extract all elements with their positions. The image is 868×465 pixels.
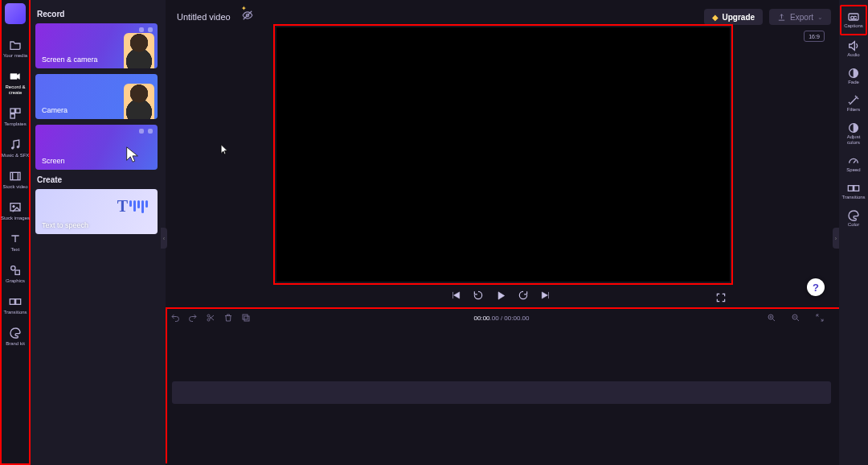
zoom-in-button[interactable]	[767, 313, 776, 323]
skip-end-button[interactable]	[540, 290, 551, 301]
avatar-thumbnail	[124, 84, 154, 119]
svg-text:CC: CC	[850, 15, 857, 20]
rail-templates[interactable]: Templates	[1, 104, 30, 130]
fullscreen-button[interactable]	[715, 292, 727, 303]
duplicate-button[interactable]	[241, 313, 251, 323]
svg-rect-0	[10, 109, 14, 113]
svg-point-4	[17, 146, 19, 148]
contrast-icon	[847, 121, 860, 134]
text-icon	[9, 232, 22, 245]
camcorder-icon	[9, 70, 22, 83]
upload-icon	[777, 13, 786, 22]
prop-adjust-colors[interactable]: Adjust colors	[840, 117, 867, 150]
project-title[interactable]: Untitled video	[172, 10, 235, 23]
rail-music-sfx[interactable]: Music & SFX	[1, 135, 30, 162]
captions-icon: CC	[847, 10, 860, 23]
aspect-ratio-button[interactable]: 16:9	[804, 31, 825, 42]
svg-point-3	[11, 147, 14, 150]
delete-button[interactable]	[223, 313, 233, 323]
shapes-icon	[9, 264, 22, 277]
app-logo[interactable]	[5, 3, 26, 24]
svg-point-7	[13, 205, 15, 208]
rail-your-media[interactable]: Your media	[1, 35, 30, 62]
rail-graphics[interactable]: Graphics	[1, 261, 30, 287]
rail-record-create[interactable]: Record & create	[1, 67, 30, 99]
prop-speed[interactable]: Speed	[840, 150, 867, 178]
panel-record-heading: Record	[37, 10, 159, 19]
undo-button[interactable]	[170, 313, 180, 323]
svg-rect-10	[10, 299, 14, 305]
zoom-out-button[interactable]	[791, 313, 800, 323]
collapse-left-panel[interactable]: ‹	[161, 228, 167, 249]
card-screen[interactable]: Screen	[35, 125, 158, 170]
preview-canvas[interactable]	[276, 27, 730, 282]
rail-transitions[interactable]: Transitions	[1, 292, 30, 319]
top-bar: Untitled video ✦ ◆ Upgrade Export ⌄	[172, 8, 831, 26]
step-back-button[interactable]	[473, 290, 484, 301]
chevron-down-icon: ⌄	[817, 14, 823, 21]
prop-color[interactable]: Color	[840, 205, 867, 232]
svg-rect-1	[16, 109, 20, 113]
prop-filters[interactable]: Filters	[840, 90, 867, 117]
play-button[interactable]	[495, 290, 506, 301]
timeline-track[interactable]	[172, 381, 831, 404]
card-camera[interactable]: Camera	[35, 74, 158, 119]
svg-rect-2	[10, 114, 14, 118]
rail-brand-kit[interactable]: Brand kit	[1, 323, 30, 350]
card-label: Screen & camera	[42, 56, 98, 64]
skip-start-button[interactable]	[450, 290, 461, 301]
gem-icon: ◆	[712, 13, 719, 22]
speaker-icon	[847, 39, 860, 52]
mouse-cursor	[220, 144, 228, 155]
preview-outline	[273, 24, 733, 285]
svg-rect-24	[848, 186, 853, 191]
folder-icon	[9, 39, 22, 51]
timeline-timecode: 00:00.00 / 00:00.00	[474, 315, 530, 322]
prop-fade[interactable]: Fade	[840, 63, 867, 90]
collapse-right-panel[interactable]: ›	[833, 228, 839, 249]
left-tool-rail: Your media Record & create Templates Mus…	[0, 0, 31, 465]
card-label: Text to speech	[42, 221, 88, 229]
split-button[interactable]	[206, 313, 215, 323]
prop-captions[interactable]: CC Captions	[840, 5, 867, 35]
wand-icon	[847, 94, 860, 107]
image-icon	[9, 201, 22, 214]
rail-stock-video[interactable]: Stock video	[1, 167, 30, 193]
svg-point-8	[11, 266, 15, 270]
card-text-to-speech[interactable]: T Text to speech	[35, 189, 158, 234]
svg-rect-17	[244, 316, 249, 321]
transitions-icon	[9, 295, 22, 308]
export-label: Export	[790, 13, 813, 22]
card-screen-and-camera[interactable]: Screen & camera	[35, 23, 158, 68]
help-button[interactable]: ?	[807, 278, 825, 296]
prop-audio[interactable]: Audio	[840, 35, 867, 63]
templates-icon	[9, 107, 22, 120]
svg-rect-25	[854, 186, 859, 191]
playback-controls	[450, 290, 551, 301]
fade-icon	[847, 67, 860, 80]
card-label: Screen	[42, 157, 65, 165]
export-button[interactable]: Export ⌄	[769, 9, 831, 25]
tts-graphic: T	[117, 197, 148, 216]
upgrade-button[interactable]: ◆ Upgrade	[704, 9, 764, 25]
svg-rect-9	[15, 270, 19, 274]
card-label: Camera	[42, 106, 68, 114]
upgrade-label: Upgrade	[723, 13, 755, 22]
transitions-icon	[847, 182, 860, 195]
palette-icon	[9, 327, 22, 339]
record-create-panel: Record Screen & camera Camera Screen Cre…	[31, 0, 166, 465]
redo-button[interactable]	[188, 313, 198, 323]
timeline-toolbar: 00:00.00 / 00:00.00	[170, 312, 833, 323]
svg-rect-16	[243, 315, 248, 319]
zoom-fit-button[interactable]	[815, 313, 825, 323]
prop-transitions[interactable]: Transitions	[840, 178, 867, 205]
filmstrip-icon	[9, 170, 22, 183]
gauge-icon	[847, 154, 860, 167]
palette-icon	[847, 209, 860, 222]
rail-text[interactable]: Text	[1, 229, 30, 256]
step-forward-button[interactable]	[518, 290, 529, 301]
rail-stock-images[interactable]: Stock images	[1, 198, 30, 224]
svg-rect-11	[16, 299, 21, 305]
panel-create-heading: Create	[37, 175, 159, 184]
right-property-rail: CC Captions Audio Fade Filters Adjust co…	[839, 0, 868, 465]
